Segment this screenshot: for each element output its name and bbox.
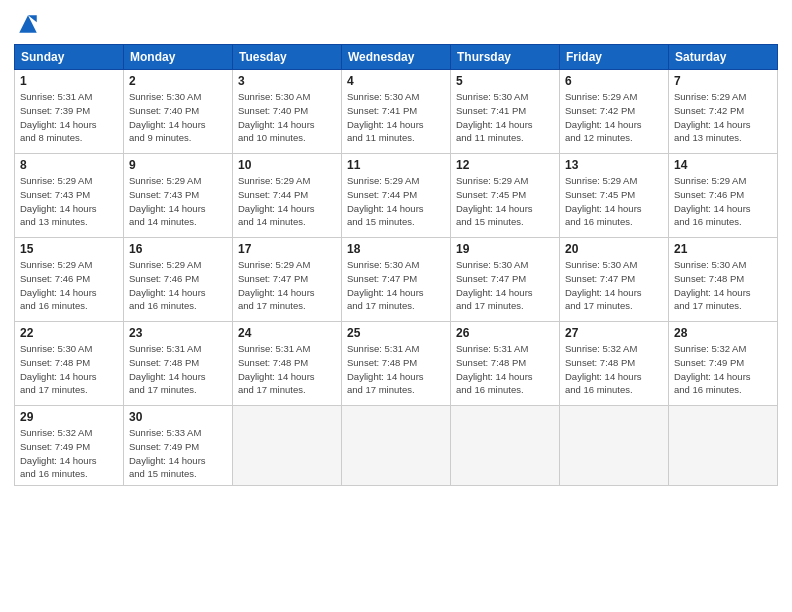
day-info: Sunrise: 5:30 AMSunset: 7:47 PMDaylight:… — [456, 258, 554, 313]
day-number: 26 — [456, 326, 554, 340]
calendar-cell: 9Sunrise: 5:29 AMSunset: 7:43 PMDaylight… — [124, 154, 233, 238]
day-info: Sunrise: 5:29 AMSunset: 7:44 PMDaylight:… — [238, 174, 336, 229]
day-number: 15 — [20, 242, 118, 256]
calendar-cell: 7Sunrise: 5:29 AMSunset: 7:42 PMDaylight… — [669, 70, 778, 154]
day-number: 24 — [238, 326, 336, 340]
calendar-cell: 26Sunrise: 5:31 AMSunset: 7:48 PMDayligh… — [451, 322, 560, 406]
day-info: Sunrise: 5:31 AMSunset: 7:48 PMDaylight:… — [347, 342, 445, 397]
calendar-table: SundayMondayTuesdayWednesdayThursdayFrid… — [14, 44, 778, 486]
day-number: 19 — [456, 242, 554, 256]
calendar-cell — [451, 406, 560, 486]
day-info: Sunrise: 5:29 AMSunset: 7:45 PMDaylight:… — [565, 174, 663, 229]
day-number: 11 — [347, 158, 445, 172]
calendar-cell: 19Sunrise: 5:30 AMSunset: 7:47 PMDayligh… — [451, 238, 560, 322]
day-info: Sunrise: 5:29 AMSunset: 7:42 PMDaylight:… — [674, 90, 772, 145]
calendar-cell: 14Sunrise: 5:29 AMSunset: 7:46 PMDayligh… — [669, 154, 778, 238]
day-number: 10 — [238, 158, 336, 172]
day-number: 7 — [674, 74, 772, 88]
calendar-page: SundayMondayTuesdayWednesdayThursdayFrid… — [0, 0, 792, 612]
calendar-cell: 1Sunrise: 5:31 AMSunset: 7:39 PMDaylight… — [15, 70, 124, 154]
calendar-cell: 20Sunrise: 5:30 AMSunset: 7:47 PMDayligh… — [560, 238, 669, 322]
calendar-cell — [342, 406, 451, 486]
day-number: 8 — [20, 158, 118, 172]
logo-icon — [14, 10, 42, 38]
day-info: Sunrise: 5:30 AMSunset: 7:40 PMDaylight:… — [238, 90, 336, 145]
week-row-2: 8Sunrise: 5:29 AMSunset: 7:43 PMDaylight… — [15, 154, 778, 238]
day-info: Sunrise: 5:30 AMSunset: 7:41 PMDaylight:… — [347, 90, 445, 145]
day-number: 9 — [129, 158, 227, 172]
calendar-cell: 2Sunrise: 5:30 AMSunset: 7:40 PMDaylight… — [124, 70, 233, 154]
day-info: Sunrise: 5:29 AMSunset: 7:47 PMDaylight:… — [238, 258, 336, 313]
day-number: 29 — [20, 410, 118, 424]
weekday-header-monday: Monday — [124, 45, 233, 70]
day-info: Sunrise: 5:29 AMSunset: 7:46 PMDaylight:… — [674, 174, 772, 229]
day-info: Sunrise: 5:30 AMSunset: 7:48 PMDaylight:… — [674, 258, 772, 313]
calendar-cell: 13Sunrise: 5:29 AMSunset: 7:45 PMDayligh… — [560, 154, 669, 238]
day-number: 3 — [238, 74, 336, 88]
day-info: Sunrise: 5:31 AMSunset: 7:39 PMDaylight:… — [20, 90, 118, 145]
day-number: 27 — [565, 326, 663, 340]
week-row-5: 29Sunrise: 5:32 AMSunset: 7:49 PMDayligh… — [15, 406, 778, 486]
day-number: 28 — [674, 326, 772, 340]
day-info: Sunrise: 5:29 AMSunset: 7:45 PMDaylight:… — [456, 174, 554, 229]
calendar-cell: 17Sunrise: 5:29 AMSunset: 7:47 PMDayligh… — [233, 238, 342, 322]
day-info: Sunrise: 5:30 AMSunset: 7:40 PMDaylight:… — [129, 90, 227, 145]
calendar-cell: 24Sunrise: 5:31 AMSunset: 7:48 PMDayligh… — [233, 322, 342, 406]
day-number: 17 — [238, 242, 336, 256]
day-info: Sunrise: 5:30 AMSunset: 7:47 PMDaylight:… — [565, 258, 663, 313]
day-number: 4 — [347, 74, 445, 88]
day-number: 12 — [456, 158, 554, 172]
day-number: 22 — [20, 326, 118, 340]
day-number: 6 — [565, 74, 663, 88]
day-number: 21 — [674, 242, 772, 256]
calendar-cell: 4Sunrise: 5:30 AMSunset: 7:41 PMDaylight… — [342, 70, 451, 154]
calendar-cell — [560, 406, 669, 486]
calendar-cell: 29Sunrise: 5:32 AMSunset: 7:49 PMDayligh… — [15, 406, 124, 486]
day-number: 18 — [347, 242, 445, 256]
calendar-cell: 23Sunrise: 5:31 AMSunset: 7:48 PMDayligh… — [124, 322, 233, 406]
day-number: 13 — [565, 158, 663, 172]
calendar-cell: 11Sunrise: 5:29 AMSunset: 7:44 PMDayligh… — [342, 154, 451, 238]
week-row-3: 15Sunrise: 5:29 AMSunset: 7:46 PMDayligh… — [15, 238, 778, 322]
day-number: 25 — [347, 326, 445, 340]
day-number: 1 — [20, 74, 118, 88]
day-info: Sunrise: 5:29 AMSunset: 7:43 PMDaylight:… — [129, 174, 227, 229]
weekday-header-saturday: Saturday — [669, 45, 778, 70]
day-info: Sunrise: 5:29 AMSunset: 7:43 PMDaylight:… — [20, 174, 118, 229]
day-number: 5 — [456, 74, 554, 88]
calendar-cell: 10Sunrise: 5:29 AMSunset: 7:44 PMDayligh… — [233, 154, 342, 238]
weekday-header-sunday: Sunday — [15, 45, 124, 70]
calendar-cell: 18Sunrise: 5:30 AMSunset: 7:47 PMDayligh… — [342, 238, 451, 322]
day-info: Sunrise: 5:31 AMSunset: 7:48 PMDaylight:… — [129, 342, 227, 397]
day-info: Sunrise: 5:32 AMSunset: 7:49 PMDaylight:… — [674, 342, 772, 397]
weekday-header-thursday: Thursday — [451, 45, 560, 70]
day-info: Sunrise: 5:30 AMSunset: 7:48 PMDaylight:… — [20, 342, 118, 397]
day-number: 23 — [129, 326, 227, 340]
calendar-cell: 27Sunrise: 5:32 AMSunset: 7:48 PMDayligh… — [560, 322, 669, 406]
calendar-cell: 21Sunrise: 5:30 AMSunset: 7:48 PMDayligh… — [669, 238, 778, 322]
calendar-cell: 22Sunrise: 5:30 AMSunset: 7:48 PMDayligh… — [15, 322, 124, 406]
week-row-1: 1Sunrise: 5:31 AMSunset: 7:39 PMDaylight… — [15, 70, 778, 154]
day-info: Sunrise: 5:29 AMSunset: 7:44 PMDaylight:… — [347, 174, 445, 229]
day-number: 30 — [129, 410, 227, 424]
calendar-cell — [669, 406, 778, 486]
day-info: Sunrise: 5:29 AMSunset: 7:46 PMDaylight:… — [20, 258, 118, 313]
day-number: 14 — [674, 158, 772, 172]
day-info: Sunrise: 5:33 AMSunset: 7:49 PMDaylight:… — [129, 426, 227, 481]
day-info: Sunrise: 5:32 AMSunset: 7:48 PMDaylight:… — [565, 342, 663, 397]
day-info: Sunrise: 5:31 AMSunset: 7:48 PMDaylight:… — [456, 342, 554, 397]
calendar-cell: 3Sunrise: 5:30 AMSunset: 7:40 PMDaylight… — [233, 70, 342, 154]
weekday-header-row: SundayMondayTuesdayWednesdayThursdayFrid… — [15, 45, 778, 70]
calendar-cell: 6Sunrise: 5:29 AMSunset: 7:42 PMDaylight… — [560, 70, 669, 154]
day-info: Sunrise: 5:29 AMSunset: 7:46 PMDaylight:… — [129, 258, 227, 313]
day-info: Sunrise: 5:29 AMSunset: 7:42 PMDaylight:… — [565, 90, 663, 145]
calendar-cell: 28Sunrise: 5:32 AMSunset: 7:49 PMDayligh… — [669, 322, 778, 406]
calendar-cell: 25Sunrise: 5:31 AMSunset: 7:48 PMDayligh… — [342, 322, 451, 406]
day-number: 20 — [565, 242, 663, 256]
calendar-cell: 30Sunrise: 5:33 AMSunset: 7:49 PMDayligh… — [124, 406, 233, 486]
calendar-cell: 16Sunrise: 5:29 AMSunset: 7:46 PMDayligh… — [124, 238, 233, 322]
calendar-cell: 15Sunrise: 5:29 AMSunset: 7:46 PMDayligh… — [15, 238, 124, 322]
day-info: Sunrise: 5:30 AMSunset: 7:41 PMDaylight:… — [456, 90, 554, 145]
day-number: 16 — [129, 242, 227, 256]
calendar-cell: 8Sunrise: 5:29 AMSunset: 7:43 PMDaylight… — [15, 154, 124, 238]
